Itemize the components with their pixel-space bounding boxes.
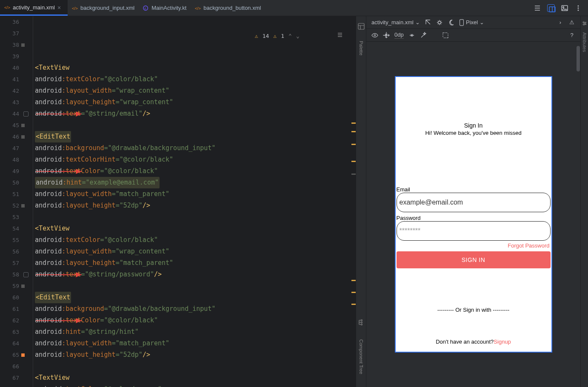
scrollbar-thumb[interactable] (577, 46, 580, 71)
attributes-tab-label[interactable]: Attributes (582, 32, 587, 52)
svg-point-19 (438, 21, 441, 24)
svg-text:</>: </> (195, 6, 201, 10)
svg-point-16 (361, 320, 362, 321)
forgot-password-link[interactable]: Forgot Password (397, 242, 551, 249)
email-label: Email (397, 186, 551, 193)
chevron-down-icon: ⌄ (480, 19, 484, 26)
theme-icon[interactable] (436, 19, 443, 26)
kotlin-file-icon: c (143, 5, 149, 11)
svg-point-10 (578, 9, 579, 11)
lines-icon[interactable] (304, 19, 343, 53)
clear-constraints-icon[interactable] (408, 32, 415, 39)
preview-canvas[interactable]: Sign In Hi! Welcome back, you've been mi… (366, 42, 580, 387)
svg-rect-15 (358, 23, 364, 29)
warning-count-minor: 1 (281, 30, 284, 42)
pan-icon[interactable] (383, 32, 390, 39)
password-label: Password (397, 215, 551, 221)
layout-preview-pane: activity_main.xml ⌄ Pixel ⌄ › ⚠ (366, 16, 580, 387)
no-account-label: Don't have an account? (436, 339, 494, 345)
split-view-icon[interactable] (547, 4, 555, 12)
svg-point-23 (585, 23, 586, 24)
editor-code-area[interactable]: ⚠14 ⚠1 ⌃ ⌄ <TextView android:textColor="… (33, 16, 351, 387)
svg-point-8 (578, 5, 579, 6)
device-frame[interactable]: Sign In Hi! Welcome back, you've been mi… (395, 76, 552, 353)
attributes-panel: Attributes (580, 16, 588, 387)
file-dropdown[interactable]: activity_main.xml ⌄ (371, 19, 420, 26)
tab-main-activity[interactable]: c MainActivity.kt (139, 0, 191, 16)
warning-icon[interactable]: ⚠ (568, 19, 575, 26)
tab-label: background_button.xml (203, 5, 261, 11)
svg-point-17 (361, 322, 362, 323)
warning-icon: ⚠ (273, 30, 277, 42)
device-dropdown-label: Pixel (466, 19, 478, 26)
magic-wand-icon[interactable] (420, 32, 427, 39)
signin-title: Sign In (397, 122, 551, 129)
code-view-icon[interactable] (534, 4, 541, 12)
warning-icon: ⚠ (255, 30, 258, 42)
editor-gutter: 3637383940414243444546474849505152535455… (0, 16, 33, 387)
svg-point-7 (563, 6, 564, 8)
component-tree-tab-label[interactable]: Component Tree (359, 339, 364, 374)
tab-background-button[interactable]: </> background_button.xml (191, 0, 265, 16)
password-placeholder: ******** (400, 227, 421, 235)
margin-value: 0dp (394, 31, 404, 38)
default-margin[interactable]: 0dp (394, 31, 404, 39)
editor-view-switcher (534, 4, 588, 12)
palette-panel: Palette Component Tree (356, 16, 366, 387)
tab-label: background_input.xml (80, 5, 134, 11)
component-tree-icon[interactable] (358, 319, 365, 327)
view-options-icon[interactable] (371, 32, 378, 39)
signin-button[interactable]: SIGN IN (397, 251, 551, 268)
next-highlight-icon[interactable]: ⌄ (296, 30, 300, 42)
file-dropdown-label: activity_main.xml (371, 19, 414, 26)
help-icon[interactable]: ? (568, 32, 575, 39)
error-stripe[interactable] (351, 16, 356, 387)
svg-point-18 (361, 324, 362, 325)
guidelines-icon[interactable] (442, 32, 449, 39)
code-editor[interactable]: 3637383940414243444546474849505152535455… (0, 16, 356, 387)
svg-text:</>: </> (4, 5, 10, 10)
prev-highlight-icon[interactable]: ⌃ (288, 30, 292, 42)
more-menu-icon[interactable] (574, 4, 582, 12)
svg-rect-20 (460, 19, 464, 25)
svg-point-22 (583, 22, 584, 23)
settings-icon[interactable] (582, 20, 588, 27)
email-field[interactable]: example@email.com (397, 193, 551, 212)
palette-icon[interactable] (358, 23, 365, 31)
device-icon (459, 19, 464, 26)
or-divider: --------- Or Sign in with --------- (397, 307, 551, 313)
svg-text:</>: </> (72, 6, 78, 10)
preview-scrollbar[interactable] (576, 42, 580, 387)
palette-tab-label[interactable]: Palette (359, 41, 364, 55)
warning-count: 14 (263, 30, 269, 42)
editor-tabs-bar: </> activity_main.xml × </> background_i… (0, 0, 588, 16)
tab-label: MainActivity.kt (151, 5, 186, 11)
preview-toolbar-top: activity_main.xml ⌄ Pixel ⌄ › ⚠ (366, 16, 580, 29)
close-icon[interactable]: × (57, 4, 63, 10)
chevron-down-icon: ⌄ (415, 19, 420, 26)
svg-point-21 (374, 34, 376, 36)
svg-text:c: c (145, 6, 146, 10)
svg-point-9 (578, 7, 579, 9)
signin-subtitle: Hi! Welcome back, you've been missed (397, 130, 551, 136)
svg-point-24 (583, 24, 584, 25)
email-placeholder: example@email.com (400, 199, 463, 206)
xml-file-icon: </> (4, 4, 10, 10)
inspection-widget[interactable]: ⚠14 ⚠1 ⌃ ⌄ (255, 19, 343, 53)
tab-activity-main[interactable]: </> activity_main.xml × (0, 0, 68, 16)
night-mode-icon[interactable] (448, 19, 454, 26)
xml-file-icon: </> (72, 5, 78, 11)
design-view-icon[interactable] (561, 4, 568, 12)
no-account-text: Don't have an account?Signup (397, 339, 551, 345)
signup-link[interactable]: Signup (494, 339, 511, 345)
tab-background-input[interactable]: </> background_input.xml (68, 0, 139, 16)
xml-file-icon: </> (195, 5, 201, 11)
password-field[interactable]: ******** (397, 221, 551, 241)
tab-label: activity_main.xml (13, 4, 55, 11)
orientation-icon[interactable] (425, 19, 431, 26)
next-icon[interactable]: › (557, 19, 564, 26)
preview-toolbar-bottom: 0dp ? (366, 29, 580, 42)
device-dropdown[interactable]: Pixel ⌄ (459, 19, 484, 26)
